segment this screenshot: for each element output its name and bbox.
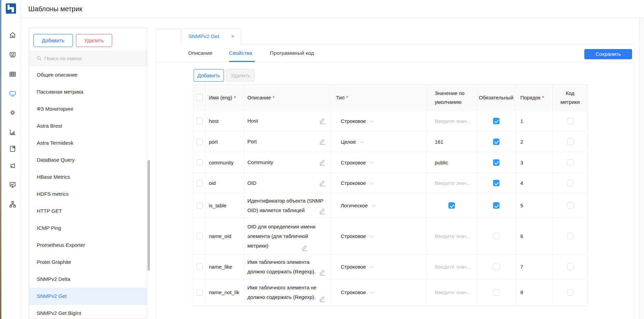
default-value-checkbox[interactable] bbox=[448, 202, 455, 209]
list-item[interactable]: ФЗ Мониторинг bbox=[29, 100, 147, 117]
edit-icon[interactable] bbox=[319, 207, 326, 215]
metric-code-checkbox[interactable] bbox=[567, 180, 573, 186]
row-select-checkbox[interactable] bbox=[196, 289, 203, 296]
default-value-cell[interactable]: Введите знач... bbox=[427, 279, 477, 305]
chevron-down-icon bbox=[369, 289, 374, 294]
subtab-description[interactable]: Описание bbox=[188, 49, 212, 58]
save-button[interactable]: Сохранить bbox=[584, 49, 632, 59]
required-checkbox[interactable] bbox=[493, 289, 500, 296]
type-dropdown[interactable]: Строковое bbox=[331, 152, 427, 173]
edit-icon[interactable] bbox=[319, 138, 326, 145]
default-value-cell[interactable]: Введите знач... bbox=[427, 218, 477, 254]
required-checkbox[interactable] bbox=[493, 139, 500, 145]
add-row-button[interactable]: Добавить bbox=[194, 69, 224, 82]
row-select-checkbox[interactable] bbox=[196, 264, 203, 270]
list-item-selected[interactable]: SNMPv2 Get bbox=[29, 288, 147, 305]
presentation-chart-icon[interactable] bbox=[9, 181, 17, 189]
edit-icon[interactable] bbox=[319, 117, 326, 125]
required-checkbox[interactable] bbox=[493, 264, 500, 270]
metric-code-checkbox[interactable] bbox=[567, 202, 573, 209]
metric-code-checkbox[interactable] bbox=[567, 159, 573, 166]
edit-icon[interactable] bbox=[319, 159, 326, 166]
delete-template-button[interactable]: Удалить bbox=[76, 34, 112, 47]
edit-icon[interactable] bbox=[319, 179, 326, 187]
add-template-button[interactable]: Добавить bbox=[33, 34, 73, 47]
table-icon[interactable] bbox=[9, 70, 17, 78]
sitemap-icon[interactable] bbox=[9, 200, 17, 208]
tab-close-icon[interactable]: × bbox=[231, 29, 234, 44]
tab-snmpv2-get[interactable]: SNMPv2 Get × bbox=[181, 29, 241, 44]
list-item[interactable]: HBase Metrics bbox=[29, 169, 147, 186]
metric-code-checkbox[interactable] bbox=[567, 264, 573, 270]
type-dropdown[interactable]: Строковое bbox=[331, 173, 427, 193]
page-scrollbar[interactable] bbox=[639, 18, 644, 319]
type-dropdown[interactable]: Строковое bbox=[331, 111, 427, 131]
type-dropdown[interactable]: Логическое bbox=[331, 193, 427, 218]
metric-code-checkbox[interactable] bbox=[567, 289, 573, 296]
book-icon[interactable] bbox=[9, 145, 17, 153]
edit-icon[interactable] bbox=[319, 295, 326, 303]
type-value: Строковое bbox=[341, 160, 366, 165]
required-checkbox[interactable] bbox=[493, 202, 500, 209]
list-item[interactable]: Общее описание bbox=[29, 66, 147, 83]
list-item[interactable]: Astra Termidesk bbox=[29, 134, 147, 151]
type-dropdown[interactable]: Целое bbox=[331, 131, 427, 152]
subtab-program-code[interactable]: Программный код bbox=[270, 49, 314, 58]
required-checkbox[interactable] bbox=[493, 180, 500, 186]
default-value: public bbox=[435, 160, 448, 165]
default-value: 161 bbox=[435, 139, 443, 145]
bot-icon[interactable] bbox=[9, 51, 17, 59]
default-value-cell[interactable]: Введите знач... bbox=[427, 173, 477, 193]
home-icon[interactable] bbox=[9, 31, 17, 39]
template-list: Общее описание Пассивная метрика ФЗ Мони… bbox=[29, 66, 147, 319]
row-select-checkbox[interactable] bbox=[196, 202, 203, 209]
list-item[interactable]: Пассивная метрика bbox=[29, 83, 147, 100]
list-item[interactable]: ICMP Ping bbox=[29, 220, 147, 237]
edit-icon[interactable] bbox=[319, 269, 326, 276]
row-select-checkbox[interactable] bbox=[196, 139, 203, 145]
list-item[interactable]: HTTP GET bbox=[29, 203, 147, 220]
required-checkbox[interactable] bbox=[493, 159, 500, 166]
required-checkbox[interactable] bbox=[493, 118, 500, 124]
row-select-checkbox[interactable] bbox=[196, 159, 203, 166]
megaphone-icon[interactable] bbox=[9, 162, 17, 170]
metric-code-checkbox[interactable] bbox=[567, 118, 573, 124]
list-item[interactable]: Protei Graphite bbox=[29, 254, 147, 271]
app-logo[interactable] bbox=[6, 3, 16, 14]
param-description: Имя табличного элемента должно содержать… bbox=[247, 257, 328, 276]
default-value-cell[interactable]: public bbox=[427, 152, 477, 173]
metric-code-checkbox[interactable] bbox=[567, 139, 573, 145]
edit-icon[interactable] bbox=[301, 244, 308, 252]
select-all-checkbox[interactable] bbox=[196, 94, 203, 101]
row-select-checkbox[interactable] bbox=[196, 233, 203, 239]
bar-chart-icon[interactable] bbox=[9, 128, 17, 136]
param-name: name_not_lik bbox=[209, 289, 239, 295]
list-item[interactable]: SNMPv2 Get BigInt bbox=[29, 305, 147, 319]
list-item[interactable]: Astra Brest bbox=[29, 117, 147, 134]
required-checkbox[interactable] bbox=[493, 233, 500, 239]
list-item[interactable]: DataBase Query bbox=[29, 151, 147, 169]
row-select-checkbox[interactable] bbox=[196, 118, 203, 124]
list-item[interactable]: SNMPv2 Delta bbox=[29, 271, 147, 288]
type-value: Строковое bbox=[341, 233, 366, 239]
list-item[interactable]: HDFS metrics bbox=[29, 186, 147, 203]
default-value-cell[interactable]: Введите знач... bbox=[427, 255, 477, 279]
table-row: port Port Целое 161 2 bbox=[194, 131, 587, 152]
param-name: oid bbox=[209, 180, 216, 186]
order-value: 5 bbox=[520, 203, 523, 208]
subtab-properties[interactable]: Свойства bbox=[229, 49, 252, 58]
default-value-cell[interactable]: 161 bbox=[427, 131, 477, 152]
monitor-icon[interactable] bbox=[9, 90, 17, 98]
row-select-checkbox[interactable] bbox=[196, 180, 203, 186]
gear-icon[interactable] bbox=[9, 109, 17, 117]
type-dropdown[interactable]: Строковое bbox=[331, 279, 427, 305]
type-dropdown[interactable]: Строковое bbox=[331, 255, 427, 279]
default-value-cell[interactable]: Введите знач... bbox=[427, 111, 477, 131]
search-input[interactable] bbox=[44, 50, 143, 66]
delete-row-button[interactable]: Удалить bbox=[227, 69, 255, 82]
panel-scrollbar-thumb[interactable] bbox=[148, 160, 150, 271]
list-item[interactable]: Prometheus Exporter bbox=[29, 237, 147, 254]
metric-code-checkbox[interactable] bbox=[567, 233, 573, 239]
col-header-code: Код метрики bbox=[559, 89, 581, 107]
type-dropdown[interactable]: Строковое bbox=[331, 218, 427, 254]
